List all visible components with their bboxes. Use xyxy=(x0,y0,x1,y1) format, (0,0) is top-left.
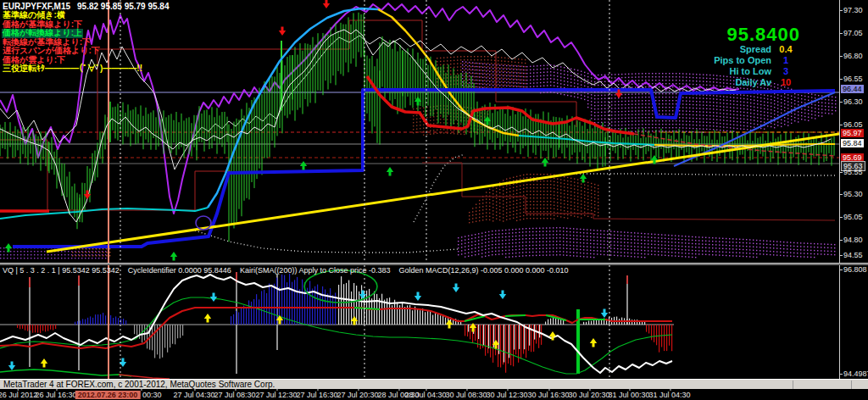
ichimoku-status-line: 遅行スパンが価格より:下 xyxy=(2,47,101,56)
indicator-axis[interactable]: 96.80894.4987 xyxy=(839,265,868,379)
quote-overlay: 95.8400 Spread0.4Pips to Open1Hi to Low3… xyxy=(714,25,800,88)
time-axis-tick xyxy=(276,388,277,391)
axis-price-label: 96.30 xyxy=(843,97,863,106)
axis-tick xyxy=(840,269,843,270)
indicator-title: CycleIdentifier 0.0000 95.8446 xyxy=(128,266,231,275)
time-axis[interactable]: 26 Jul 201226 Jul 16:3027 Jul 00:3027 Ju… xyxy=(0,389,868,400)
indicator-panel[interactable] xyxy=(0,265,839,379)
time-axis-tick xyxy=(589,388,590,391)
statusbar-pane-separator xyxy=(851,381,852,389)
quote-info-rows: Spread0.4Pips to Open1Hi to Low3Daily Av… xyxy=(714,44,800,88)
time-axis-label: 27 Jul 16:30 xyxy=(296,391,337,399)
axis-price-label: 97.30 xyxy=(843,6,863,14)
main-chart[interactable]: EURJPYFXF,M1595.82 95.85 95.79 95.84 基準線… xyxy=(0,0,839,263)
axis-tick xyxy=(840,79,843,80)
time-axis-tick xyxy=(18,388,19,391)
axis-price-label: 94.4987 xyxy=(843,369,868,378)
axis-price-label: 96.55 xyxy=(843,75,863,83)
axis-tick xyxy=(840,240,843,241)
status-bar: MetaTrader 4 at FOREX.com, c 2001-2012, … xyxy=(0,379,868,389)
ichimoku-status-line: 三役逆転ｷﾀ――――(ﾟ∀ﾟ)――――!! xyxy=(2,64,143,74)
axis-tick xyxy=(840,255,843,256)
ohlc-values: 95.82 95.85 95.79 95.84 xyxy=(77,2,169,11)
quote-row: Pips to Open1 xyxy=(714,55,800,66)
indicator-panel-canvas[interactable] xyxy=(0,265,839,379)
time-axis-tick xyxy=(56,388,57,391)
time-axis-tick xyxy=(629,388,630,391)
indicator-title: Golden MACD(12,26,9) -0.005 0.000 0.000 … xyxy=(398,266,568,275)
time-axis-tick xyxy=(398,388,399,391)
axis-price-label: 96.44 xyxy=(841,85,864,93)
quote-row: Hi to Low3 xyxy=(714,66,800,77)
axis-price-label: 95.84 xyxy=(841,139,864,147)
axis-tick xyxy=(840,194,843,195)
time-axis-label: 31 Jul 00:30 xyxy=(608,391,649,399)
axis-price-label: 94.55 xyxy=(843,251,863,259)
ichimoku-status-line: 基準線の傾き:横 xyxy=(2,11,66,20)
indicator-title: VQ | 5 . 3 . 2 . 1 | 95.5342 95.5342 xyxy=(3,266,120,275)
axis-price-label: 95.55 xyxy=(843,168,863,176)
time-axis-label: 30 Jul 16:30 xyxy=(527,391,569,399)
time-axis-label: 27 Jul 20:30 xyxy=(337,391,378,399)
time-axis-label: 30 Jul 20:30 xyxy=(568,391,609,399)
quote-row: Spread0.4 xyxy=(714,44,800,55)
time-axis-tick xyxy=(358,388,359,391)
axis-tick xyxy=(840,10,843,11)
time-axis-tick xyxy=(548,388,549,391)
quote-row-label: Spread xyxy=(740,44,771,55)
indicator-titles: VQ | 5 . 3 . 2 . 1 | 95.5342 95.5342Cycl… xyxy=(3,266,577,275)
quote-row-value: 10 xyxy=(771,77,800,88)
time-axis-tick xyxy=(507,388,508,391)
time-axis-label: 28 Jul 04:30 xyxy=(404,391,446,399)
time-axis-label: 31 Jul 04:30 xyxy=(648,391,690,399)
axis-price-label: 95.05 xyxy=(843,213,863,221)
time-axis-tick xyxy=(317,388,318,391)
quote-row-value: 0.4 xyxy=(771,44,800,55)
axis-price-label: 97.05 xyxy=(843,29,863,37)
statusbar-pane-separator xyxy=(793,381,793,389)
price-axis[interactable]: 97.3097.0596.8096.5596.4496.3096.0595.97… xyxy=(839,0,868,263)
quote-row: Daily Av10 xyxy=(714,77,800,88)
quote-row-label: Pips to Open xyxy=(714,55,771,66)
time-axis-tick xyxy=(466,388,467,391)
time-axis-label: 27 Jul 12:30 xyxy=(255,391,297,399)
axis-tick xyxy=(840,172,843,173)
ichimoku-status-line: 価格が転換線より:上 xyxy=(2,29,83,38)
axis-tick xyxy=(840,102,843,103)
axis-price-label: 96.80 xyxy=(843,52,863,60)
axis-tick xyxy=(840,125,843,125)
axis-tick xyxy=(840,374,843,375)
quote-row-label: Daily Av xyxy=(735,77,771,88)
current-price: 95.8400 xyxy=(714,25,800,44)
axis-tick xyxy=(840,217,843,218)
time-axis-tick xyxy=(426,388,426,391)
axis-price-label: 96.808 xyxy=(843,265,867,274)
time-axis-label: 27 Jul 04:30 xyxy=(173,391,214,399)
time-axis-tick xyxy=(235,388,236,391)
time-axis-tick xyxy=(141,388,142,391)
time-axis-label: 26 Jul 16:30 xyxy=(35,391,76,399)
axis-tick xyxy=(840,33,843,34)
time-axis-highlighted-label: 2012.07.26 23:00 xyxy=(75,391,141,399)
ichimoku-status-overlay: 基準線の傾き:横価格が基準線より:下価格が転換線より:上転換線が基準線より:下遅… xyxy=(2,11,143,74)
axis-price-label: 95.30 xyxy=(843,190,863,198)
axis-tick xyxy=(840,56,843,57)
axis-price-label: 95.97 xyxy=(841,129,864,137)
quote-row-value: 3 xyxy=(771,66,800,77)
time-axis-label: 26 Jul 2012 xyxy=(0,391,37,399)
axis-price-label: 96.05 xyxy=(843,120,863,129)
mt4-chart-window: EURJPYFXF,M1595.82 95.85 95.79 95.84 基準線… xyxy=(0,0,868,400)
time-axis-label: 27 Jul 08:30 xyxy=(214,391,255,399)
quote-row-label: Hi to Low xyxy=(730,66,772,77)
axis-price-label: 94.80 xyxy=(843,236,863,244)
time-axis-label: 30 Jul 12:30 xyxy=(486,391,527,399)
quote-row-value: 1 xyxy=(771,55,800,66)
time-axis-label: 30 Jul 08:30 xyxy=(445,391,487,399)
time-axis-tick xyxy=(194,388,195,391)
indicator-title: Kairi(SMA((200)) Apply to Close price -0… xyxy=(240,266,391,275)
time-axis-tick xyxy=(670,388,670,391)
